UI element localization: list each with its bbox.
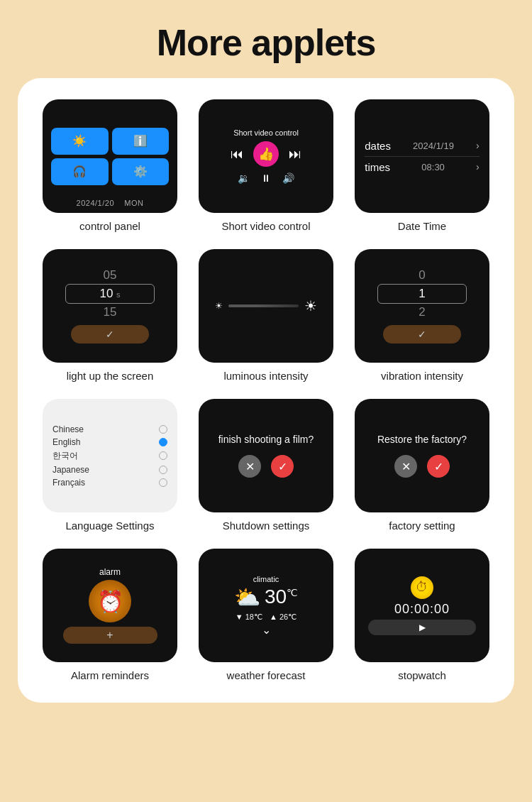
applet-shutdown[interactable]: finish shooting a film? ✕ ✓ Shutdown set… [194, 399, 338, 532]
applet-alarm[interactable]: alarm ⏰ + Alarm reminders [38, 549, 182, 681]
light-screen-icon: 05 10 s 15 ✓ [43, 249, 177, 363]
vib-mid: 1 [377, 284, 467, 304]
factory-confirm: ✓ [427, 455, 450, 478]
language-label: Language Settings [65, 520, 154, 532]
shutdown-question: finish shooting a film? [218, 434, 314, 445]
short-video-label: Short video control [221, 220, 310, 232]
date-time-label: Date Time [398, 220, 446, 232]
svc-next: ⏭ [289, 147, 301, 162]
vibration-icon: 0 1 2 ✓ [355, 249, 489, 363]
shutdown-icon: finish shooting a film? ✕ ✓ [199, 399, 333, 512]
applet-stopwatch[interactable]: ⏱ 00:00:00 ▶ stopwatch [350, 549, 494, 681]
alarm-plus: + [63, 627, 157, 644]
lang-french: Français [52, 476, 167, 489]
dt-times-val: 08:30 [421, 162, 445, 172]
factory-icon: Restore the factory? ✕ ✓ [355, 399, 489, 512]
cp-btn-sun: ☀️ [51, 128, 109, 155]
lum-sun-large: ☀ [304, 297, 317, 314]
language-icon: Chinese English 한국어 Japanese [43, 399, 177, 512]
applet-luminous[interactable]: ☀ ☀ luminous intensity [194, 249, 338, 382]
weather-low: ▼ 18℃ [235, 613, 262, 622]
cp-btn-gear: ⚙️ [112, 158, 170, 185]
weather-icon: climatic ⛅ 30℃ ▼ 18℃ ▲ 26℃ ⌄ [199, 549, 333, 662]
luminous-label: luminous intensity [223, 370, 308, 382]
svc-like: 👍 [253, 141, 279, 167]
cp-date: 2024/1/20 MON [77, 199, 144, 207]
factory-cancel: ✕ [394, 455, 417, 478]
short-video-icon: Short video control ⏮ 👍 ⏭ 🔉 ⏸ 🔊 [199, 99, 333, 213]
weather-down-arrow: ⌄ [262, 623, 271, 637]
applet-short-video[interactable]: Short video control ⏮ 👍 ⏭ 🔉 ⏸ 🔊 Short vi… [194, 99, 338, 232]
alarm-icon: alarm ⏰ + [43, 549, 177, 662]
sw-coin: ⏱ [411, 576, 433, 599]
lang-radio-korean [159, 451, 167, 460]
alarm-label: Alarm reminders [71, 669, 149, 681]
weather-temp: 30℃ [265, 586, 298, 608]
weather-header: climatic [253, 575, 279, 583]
luminous-icon: ☀ ☀ [199, 249, 333, 363]
applet-weather[interactable]: climatic ⛅ 30℃ ▼ 18℃ ▲ 26℃ ⌄ weather for… [194, 549, 338, 681]
svc-pause: ⏸ [261, 172, 271, 184]
sw-time: 00:00:00 [394, 602, 450, 617]
alarm-header: alarm [99, 567, 121, 577]
dt-dates-key: dates [365, 140, 391, 152]
picker-bot: 15 [104, 305, 117, 319]
applet-light-screen[interactable]: 05 10 s 15 ✓ light up the screen [38, 249, 182, 382]
lang-japanese: Japanese [52, 463, 167, 476]
dt-dates-val: 2024/1/19 [413, 141, 454, 151]
sw-play-icon: ▶ [419, 622, 426, 632]
svc-vol-up: 🔊 [282, 172, 294, 184]
lum-bar [228, 304, 299, 307]
applets-grid: ☀️ ℹ️ 🎧 ⚙️ 2024/1/20 MON control panel S… [38, 99, 494, 681]
shutdown-label: Shutdown settings [223, 520, 310, 532]
applet-date-time[interactable]: dates 2024/1/19 › times 08:30 › Date Tim… [350, 99, 494, 232]
control-panel-icon: ☀️ ℹ️ 🎧 ⚙️ 2024/1/20 MON [43, 99, 177, 213]
lum-sun-small: ☀ [215, 301, 223, 311]
lang-chinese: Chinese [52, 423, 167, 436]
alarm-clock: ⏰ [89, 580, 131, 622]
shutdown-confirm: ✓ [271, 455, 294, 478]
picker-mid: 10 s [65, 284, 155, 304]
dt-times-key: times [365, 161, 390, 173]
picker-confirm: ✓ [71, 325, 150, 344]
vib-confirm: ✓ [383, 325, 462, 344]
vibration-label: vibration intensity [381, 370, 463, 382]
light-screen-label: light up the screen [67, 370, 154, 382]
svc-prev: ⏮ [231, 147, 243, 162]
sw-bar: ▶ [368, 620, 476, 635]
applet-language[interactable]: Chinese English 한국어 Japanese [38, 399, 182, 532]
control-panel-label: control panel [79, 220, 140, 232]
svc-header: Short video control [233, 128, 299, 137]
applet-vibration[interactable]: 0 1 2 ✓ vibration intensity [350, 249, 494, 382]
cp-btn-info: ℹ️ [112, 128, 170, 155]
weather-label: weather forecast [227, 669, 306, 681]
applet-factory[interactable]: Restore the factory? ✕ ✓ factory setting [350, 399, 494, 532]
weather-emoji: ⛅ [234, 585, 260, 610]
page-title: More applets [157, 21, 376, 64]
picker-top: 05 [104, 268, 117, 282]
lang-radio-french [159, 478, 167, 487]
factory-label: factory setting [389, 520, 455, 532]
cp-btn-headphone: 🎧 [51, 158, 109, 185]
date-time-icon: dates 2024/1/19 › times 08:30 › [355, 99, 489, 213]
lang-radio-chinese [159, 425, 167, 434]
lang-english: English [52, 436, 167, 449]
factory-question: Restore the factory? [377, 434, 467, 445]
applet-control-panel[interactable]: ☀️ ℹ️ 🎧 ⚙️ 2024/1/20 MON control panel [38, 99, 182, 232]
stopwatch-label: stopwatch [398, 669, 446, 681]
stopwatch-icon: ⏱ 00:00:00 ▶ [355, 549, 489, 662]
lang-radio-english [159, 438, 167, 446]
vib-top: 0 [419, 268, 425, 282]
lang-radio-japanese [159, 466, 167, 474]
weather-high: ▲ 26℃ [270, 613, 297, 622]
svc-vol-down: 🔉 [238, 172, 250, 184]
lang-korean: 한국어 [52, 449, 167, 463]
vib-bot: 2 [419, 305, 425, 319]
shutdown-cancel: ✕ [238, 455, 261, 478]
applets-card: ☀️ ℹ️ 🎧 ⚙️ 2024/1/20 MON control panel S… [18, 78, 514, 703]
